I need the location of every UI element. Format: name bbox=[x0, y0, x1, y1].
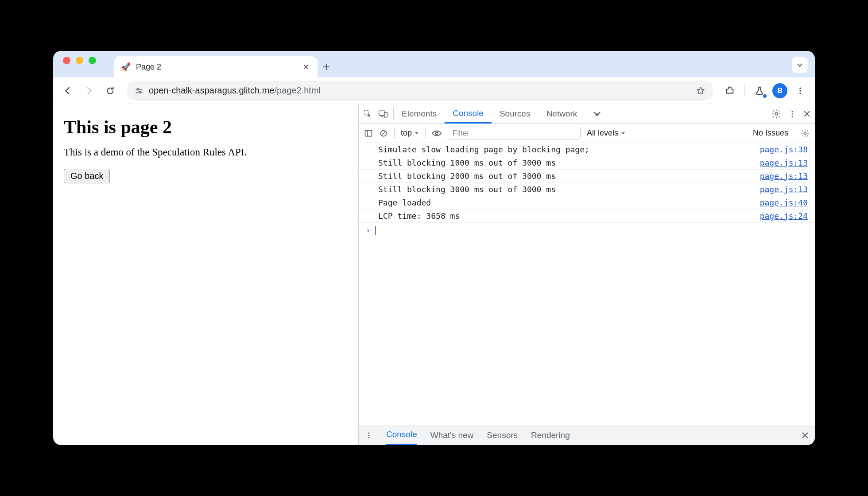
drawer-tab-rendering[interactable]: Rendering bbox=[531, 425, 570, 445]
svg-point-11 bbox=[792, 115, 793, 116]
tab-console[interactable]: Console bbox=[445, 105, 492, 124]
reload-button[interactable] bbox=[102, 82, 119, 99]
devtools-panel: Elements Console Sources Network » bbox=[359, 104, 815, 445]
console-output: Simulate slow loading page by blocking p… bbox=[359, 143, 815, 425]
tab-title: Page 2 bbox=[136, 62, 161, 72]
drawer-tab-whats-new[interactable]: What's new bbox=[430, 425, 474, 445]
console-log-row: Still blocking 1000 ms out of 3000 mspag… bbox=[359, 156, 815, 170]
rendered-page: This is page 2 This is a demo of the Spe… bbox=[53, 104, 359, 445]
log-message: LCP time: 3658 ms bbox=[378, 211, 754, 221]
forward-button[interactable] bbox=[81, 82, 97, 99]
svg-point-14 bbox=[435, 132, 438, 135]
content-area: This is page 2 This is a demo of the Spe… bbox=[53, 104, 815, 445]
device-toggle-icon[interactable] bbox=[378, 109, 388, 118]
svg-point-1 bbox=[140, 91, 141, 93]
tab-sources[interactable]: Sources bbox=[492, 104, 539, 123]
url-path: /page2.html bbox=[275, 85, 321, 95]
log-message: Simulate slow loading page by blocking p… bbox=[378, 145, 754, 154]
bookmark-star-icon[interactable] bbox=[696, 86, 705, 96]
filter-placeholder: Filter bbox=[453, 129, 469, 138]
inspect-element-icon[interactable] bbox=[363, 109, 372, 118]
log-source-link[interactable]: page.js:40 bbox=[754, 198, 808, 207]
more-tabs-button[interactable]: » bbox=[585, 104, 608, 123]
new-tab-button[interactable] bbox=[318, 56, 335, 78]
log-source-link[interactable]: page.js:24 bbox=[754, 211, 808, 221]
devtools-menu-icon[interactable] bbox=[788, 110, 796, 118]
drawer-tab-console[interactable]: Console bbox=[386, 425, 417, 445]
extensions-button[interactable] bbox=[721, 82, 738, 99]
svg-point-8 bbox=[775, 112, 778, 115]
back-button[interactable] bbox=[59, 82, 76, 99]
execution-context-selector[interactable]: top bbox=[394, 128, 419, 139]
devtools-tabs: Elements Console Sources Network » bbox=[359, 104, 815, 124]
window-controls bbox=[63, 51, 96, 78]
tab-strip: 🚀 Page 2 bbox=[53, 51, 815, 78]
prompt-chevron-icon: › bbox=[366, 225, 371, 235]
drawer-close-icon[interactable] bbox=[802, 432, 809, 439]
svg-point-4 bbox=[799, 93, 801, 94]
log-source-link[interactable]: page.js:13 bbox=[754, 158, 808, 167]
console-prompt[interactable]: › bbox=[359, 223, 815, 237]
console-log-row: LCP time: 3658 mspage.js:24 bbox=[359, 209, 815, 223]
browser-toolbar: open-chalk-asparagus.glitch.me/page2.htm… bbox=[53, 78, 815, 104]
site-controls-icon[interactable] bbox=[135, 86, 143, 95]
minimize-window-button[interactable] bbox=[76, 57, 83, 64]
tab-network[interactable]: Network bbox=[539, 104, 585, 123]
console-filter-input[interactable]: Filter bbox=[448, 127, 581, 140]
go-back-button[interactable]: Go back bbox=[64, 169, 110, 183]
settings-icon[interactable] bbox=[771, 109, 781, 119]
page-paragraph: This is a demo of the Speculation Rules … bbox=[64, 147, 348, 158]
log-source-link[interactable]: page.js:13 bbox=[754, 171, 808, 181]
svg-point-15 bbox=[804, 132, 806, 134]
tab-favicon-icon: 🚀 bbox=[121, 62, 131, 72]
clear-console-icon[interactable] bbox=[379, 129, 388, 138]
avatar-letter: B bbox=[777, 87, 783, 95]
tabs-dropdown-button[interactable] bbox=[792, 57, 808, 73]
drawer-tab-sensors[interactable]: Sensors bbox=[487, 425, 518, 445]
toggle-sidebar-icon[interactable] bbox=[364, 129, 373, 138]
labs-button[interactable] bbox=[751, 82, 768, 99]
maximize-window-button[interactable] bbox=[89, 57, 96, 64]
toolbar-divider bbox=[744, 85, 745, 97]
log-levels-selector[interactable]: All levels bbox=[587, 128, 625, 138]
profile-avatar[interactable]: B bbox=[772, 83, 787, 98]
close-window-button[interactable] bbox=[63, 57, 70, 64]
svg-point-3 bbox=[799, 90, 801, 91]
url-host: open-chalk-asparagus.glitch.me bbox=[149, 85, 275, 95]
log-source-link[interactable]: page.js:13 bbox=[754, 185, 808, 194]
prompt-cursor bbox=[375, 226, 376, 235]
browser-menu-button[interactable] bbox=[792, 82, 809, 99]
tab-elements[interactable]: Elements bbox=[394, 104, 445, 123]
log-message: Still blocking 2000 ms out of 3000 ms bbox=[378, 171, 754, 181]
console-log-row: Still blocking 3000 ms out of 3000 mspag… bbox=[359, 183, 815, 196]
address-bar[interactable]: open-chalk-asparagus.glitch.me/page2.htm… bbox=[127, 81, 713, 101]
browser-window: 🚀 Page 2 open-chalk-asparag bbox=[53, 51, 815, 445]
console-log-row: Page loadedpage.js:40 bbox=[359, 196, 815, 209]
live-expression-icon[interactable] bbox=[425, 128, 442, 139]
console-log-row: Still blocking 2000 ms out of 3000 mspag… bbox=[359, 170, 815, 183]
devtools-close-icon[interactable] bbox=[803, 110, 810, 117]
svg-point-18 bbox=[368, 437, 370, 438]
page-heading: This is page 2 bbox=[64, 116, 348, 138]
log-message: Still blocking 3000 ms out of 3000 ms bbox=[378, 185, 754, 194]
svg-point-2 bbox=[799, 87, 801, 89]
browser-tab[interactable]: 🚀 Page 2 bbox=[114, 56, 318, 78]
tab-close-button[interactable] bbox=[302, 62, 310, 71]
svg-point-17 bbox=[368, 434, 370, 436]
svg-point-0 bbox=[137, 88, 139, 90]
issues-indicator[interactable]: No Issues bbox=[753, 128, 788, 138]
log-message: Page loaded bbox=[378, 198, 754, 207]
svg-point-10 bbox=[792, 113, 793, 114]
svg-rect-12 bbox=[365, 130, 372, 136]
console-log-row: Simulate slow loading page by blocking p… bbox=[359, 143, 815, 156]
svg-point-9 bbox=[792, 111, 793, 112]
log-source-link[interactable]: page.js:38 bbox=[754, 145, 808, 154]
drawer-menu-icon[interactable] bbox=[365, 431, 373, 439]
log-message: Still blocking 1000 ms out of 3000 ms bbox=[378, 158, 754, 167]
svg-point-16 bbox=[368, 432, 370, 434]
url-text: open-chalk-asparagus.glitch.me/page2.htm… bbox=[149, 85, 321, 96]
devtools-drawer: Console What's new Sensors Rendering bbox=[359, 425, 815, 445]
console-settings-icon[interactable] bbox=[801, 129, 810, 138]
console-toolbar: top Filter All levels No Issues bbox=[359, 124, 815, 143]
